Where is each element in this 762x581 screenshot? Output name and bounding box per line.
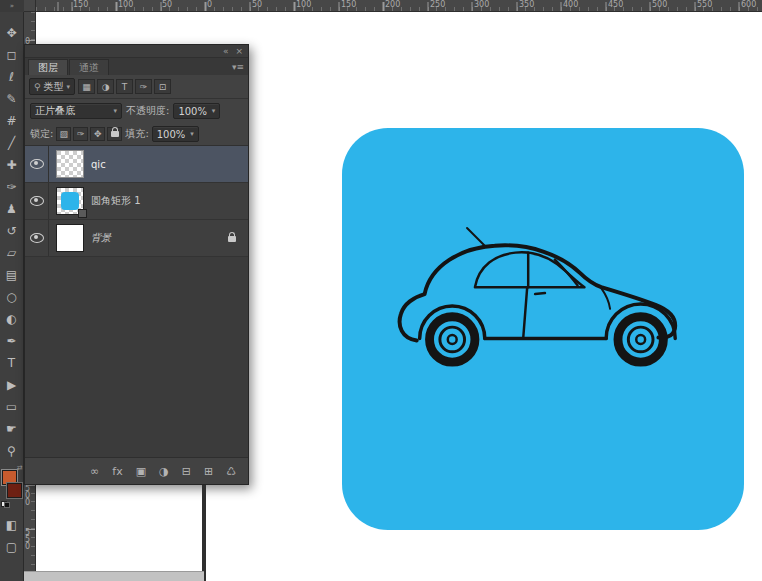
spot-healing-brush-tool[interactable]: ✚ bbox=[1, 154, 23, 176]
tab-channels[interactable]: 通道 bbox=[69, 59, 109, 75]
pen-tool[interactable]: ✒ bbox=[1, 330, 23, 352]
layer-thumbnail[interactable] bbox=[56, 150, 84, 178]
antenna bbox=[467, 228, 486, 247]
rectangular-marquee-tool[interactable]: ◻ bbox=[1, 44, 23, 66]
layer-row-rounded-rectangle[interactable]: 圆角矩形 1 bbox=[25, 183, 248, 220]
ruler-label: 5 0 0 bbox=[25, 485, 30, 506]
ruler-origin[interactable] bbox=[24, 0, 36, 12]
tab-layers[interactable]: 图层 bbox=[28, 59, 68, 75]
panel-tabs: 图层 通道 ▾≡ bbox=[25, 58, 248, 75]
layer-thumbnail[interactable] bbox=[56, 187, 84, 215]
quick-selection-tool[interactable]: ✎ bbox=[1, 88, 23, 110]
chevron-down-icon: ▾ bbox=[212, 107, 216, 115]
layer-style-button[interactable]: fx bbox=[112, 466, 122, 477]
filter-type-layers-icon[interactable]: T bbox=[116, 79, 133, 94]
dodge-tool[interactable]: ◐ bbox=[1, 308, 23, 330]
ruler-label: 100 bbox=[116, 0, 133, 9]
eye-icon bbox=[30, 196, 44, 206]
chevron-down-icon: ▾ bbox=[113, 107, 117, 115]
door-line bbox=[523, 253, 528, 338]
clone-stamp-tool[interactable]: ♟ bbox=[1, 198, 23, 220]
lock-position-button[interactable]: ✥ bbox=[90, 127, 105, 141]
vector-mask-badge bbox=[78, 209, 87, 218]
opacity-value: 100% bbox=[178, 106, 207, 117]
opacity-dropdown[interactable]: 100% ▾ bbox=[173, 103, 220, 119]
filter-type-dropdown[interactable]: ⚲ 类型 ▾ bbox=[29, 78, 75, 95]
filter-type-label: 类型 bbox=[44, 80, 64, 94]
history-brush-tool[interactable]: ↺ bbox=[1, 220, 23, 242]
layer-list: qic 圆角矩形 1 背景 bbox=[25, 146, 248, 457]
move-tool[interactable]: ✥ bbox=[1, 22, 23, 44]
hand-tool[interactable]: ☛ bbox=[1, 418, 23, 440]
fill-value: 100% bbox=[157, 129, 186, 140]
new-layer-button[interactable]: ⊞ bbox=[204, 466, 213, 477]
lasso-tool[interactable]: ℓ bbox=[1, 66, 23, 88]
ruler-label: 150 bbox=[339, 0, 356, 9]
visibility-toggle[interactable] bbox=[25, 146, 49, 182]
blend-mode-dropdown[interactable]: 正片叠底 ▾ bbox=[30, 103, 122, 119]
panel-title-bar[interactable]: « × bbox=[25, 45, 248, 58]
default-colors-icon[interactable] bbox=[1, 501, 10, 508]
quick-mask-button[interactable]: ◧ bbox=[1, 514, 23, 536]
layer-row-qic[interactable]: qic bbox=[25, 146, 248, 183]
filter-smart-object-icon[interactable]: ⊡ bbox=[154, 79, 171, 94]
filter-shape-layers-icon[interactable]: ✑ bbox=[135, 79, 152, 94]
eyedropper-tool[interactable]: ╱ bbox=[1, 132, 23, 154]
lock-all-button[interactable] bbox=[107, 127, 122, 141]
new-group-button[interactable]: ⊟ bbox=[182, 466, 191, 477]
blend-row: 正片叠底 ▾ 不透明度: 100% ▾ bbox=[25, 99, 248, 123]
rectangle-tool[interactable]: ▭ bbox=[1, 396, 23, 418]
eye-icon bbox=[30, 233, 44, 243]
layer-row-background[interactable]: 背景 bbox=[25, 220, 248, 257]
screen-mode-button[interactable]: ▢ bbox=[1, 536, 23, 558]
collapse-panel-icon[interactable]: « bbox=[223, 47, 229, 56]
blur-tool[interactable]: ○ bbox=[1, 286, 23, 308]
lock-label: 锁定: bbox=[30, 127, 53, 141]
ruler-label: 400 bbox=[561, 0, 578, 9]
horizontal-type-tool[interactable]: T bbox=[1, 352, 23, 374]
fill-label: 填充: bbox=[125, 127, 148, 141]
layer-name: 背景 bbox=[91, 231, 111, 245]
ruler-label: 450 bbox=[606, 0, 623, 9]
eye-icon bbox=[30, 159, 44, 169]
ruler-label: 150 bbox=[71, 0, 88, 9]
ruler-label: 5 5 0 bbox=[25, 529, 30, 550]
swap-colors-icon[interactable]: ⇄ bbox=[17, 464, 23, 472]
ruler-label: 0 bbox=[205, 0, 212, 9]
new-adjustment-layer-button[interactable]: ◑ bbox=[159, 466, 169, 477]
chevron-down-icon: ▾ bbox=[67, 83, 71, 91]
path-selection-tool[interactable]: ▶ bbox=[1, 374, 23, 396]
lock-transparent-pixels-button[interactable]: ▨ bbox=[56, 127, 71, 141]
horizontal-scrollbar[interactable] bbox=[24, 571, 204, 581]
panel-menu-icon[interactable]: ▾≡ bbox=[232, 62, 244, 72]
link-layers-button[interactable]: ∞ bbox=[90, 466, 99, 477]
eraser-tool[interactable]: ▱ bbox=[1, 242, 23, 264]
brush-tool[interactable]: ✑ bbox=[1, 176, 23, 198]
close-panel-icon[interactable]: × bbox=[235, 47, 243, 56]
ruler-label: 300 bbox=[472, 0, 489, 9]
filter-adjustment-layers-icon[interactable]: ◑ bbox=[97, 79, 114, 94]
ruler-label: 250 bbox=[428, 0, 445, 9]
rounded-rectangle-canvas[interactable] bbox=[342, 128, 744, 530]
fill-dropdown[interactable]: 100% ▾ bbox=[152, 126, 199, 142]
ruler-label: 100 bbox=[294, 0, 311, 9]
blend-mode-value: 正片叠底 bbox=[35, 104, 75, 118]
tools-panel: ✥◻ℓ✎#╱✚✑♟↺▱▤○◐✒T▶▭☛⚲ ⇄ ◧ ▢ bbox=[0, 12, 24, 581]
zoom-tool[interactable]: ⚲ bbox=[1, 440, 23, 462]
horizontal-ruler[interactable]: 1501005005010015020025030035040045050055… bbox=[36, 0, 762, 12]
delete-layer-button[interactable]: ♺ bbox=[226, 466, 236, 477]
crop-tool[interactable]: # bbox=[1, 110, 23, 132]
visibility-toggle[interactable] bbox=[25, 220, 49, 256]
background-color-swatch[interactable] bbox=[7, 483, 22, 498]
lock-image-pixels-button[interactable]: ✑ bbox=[73, 127, 88, 141]
layer-thumbnail[interactable] bbox=[56, 224, 84, 252]
filter-pixel-layers-icon[interactable]: ▦ bbox=[78, 79, 95, 94]
ruler-label: 200 bbox=[383, 0, 400, 9]
lock-icon bbox=[111, 131, 119, 137]
add-layer-mask-button[interactable]: ▣ bbox=[136, 466, 146, 477]
gradient-tool[interactable]: ▤ bbox=[1, 264, 23, 286]
color-swatches: ⇄ bbox=[1, 466, 23, 500]
ruler-label: 550 bbox=[695, 0, 712, 9]
visibility-toggle[interactable] bbox=[25, 183, 49, 219]
toolbar-collapse-icon[interactable]: » bbox=[10, 2, 14, 10]
